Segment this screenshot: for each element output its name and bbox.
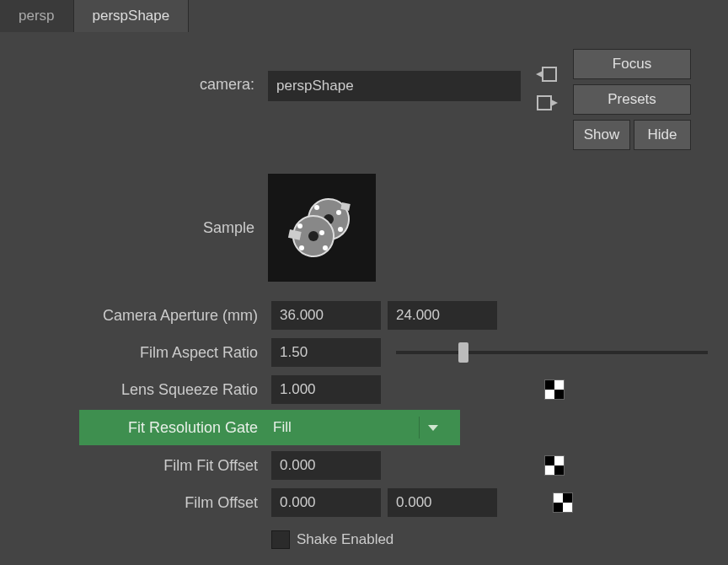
film-offset-x-input[interactable] (271, 488, 381, 517)
svg-point-16 (323, 245, 328, 250)
film-offset-label: Film Offset (12, 494, 265, 512)
svg-point-10 (314, 205, 319, 210)
tab-bar: persp perspShape (0, 0, 728, 32)
camera-name-input[interactable] (268, 71, 521, 101)
camera-node-icon (280, 184, 364, 272)
focus-button[interactable]: Focus (573, 49, 691, 79)
svg-rect-2 (538, 96, 551, 110)
film-aspect-input[interactable] (271, 338, 381, 367)
camera-aperture-x-input[interactable] (271, 301, 381, 330)
camera-aperture-y-input[interactable] (388, 301, 497, 330)
fit-resolution-gate-dropdown[interactable]: Fill (265, 413, 447, 442)
shake-enabled-label: Shake Enabled (297, 531, 393, 548)
texture-map-button[interactable] (544, 379, 565, 400)
nav-out-icon[interactable] (536, 93, 558, 115)
svg-point-7 (308, 231, 318, 241)
fit-resolution-gate-label: Fit Resolution Gate (83, 419, 265, 437)
sample-swatch[interactable] (268, 174, 376, 282)
svg-point-13 (319, 230, 324, 235)
camera-label: camera: (8, 49, 261, 94)
shake-enabled-checkbox[interactable] (271, 530, 290, 549)
svg-marker-1 (536, 71, 543, 78)
svg-point-12 (338, 227, 343, 232)
film-aspect-slider[interactable] (388, 351, 716, 354)
lens-squeeze-label: Lens Squeeze Ratio (12, 381, 265, 399)
presets-button[interactable]: Presets (573, 84, 691, 115)
tab-perspShape[interactable]: perspShape (74, 0, 190, 32)
fit-resolution-gate-value: Fill (273, 419, 292, 436)
attribute-panel: camera: Focus Presets Show Hide Sample (0, 32, 728, 558)
svg-point-15 (299, 245, 304, 250)
fit-resolution-gate-row: Fit Resolution Gate Fill (79, 410, 460, 445)
texture-map-button-3[interactable] (553, 492, 573, 513)
texture-map-button-2[interactable] (544, 455, 565, 476)
camera-aperture-label: Camera Aperture (mm) (12, 307, 265, 325)
lens-squeeze-input[interactable] (271, 375, 381, 404)
film-fit-offset-input[interactable] (271, 451, 381, 480)
film-aspect-label: Film Aspect Ratio (12, 344, 265, 362)
svg-point-11 (336, 210, 341, 215)
hide-button[interactable]: Hide (634, 120, 691, 150)
film-offset-y-input[interactable] (388, 488, 497, 517)
chevron-down-icon (428, 425, 438, 431)
show-button[interactable]: Show (573, 120, 630, 150)
sample-label: Sample (8, 219, 261, 237)
svg-point-14 (297, 223, 302, 229)
nav-in-icon[interactable] (536, 64, 558, 86)
svg-marker-3 (551, 100, 558, 106)
film-fit-offset-label: Film Fit Offset (12, 457, 265, 475)
tab-persp[interactable]: persp (0, 0, 74, 32)
svg-rect-0 (543, 67, 556, 81)
